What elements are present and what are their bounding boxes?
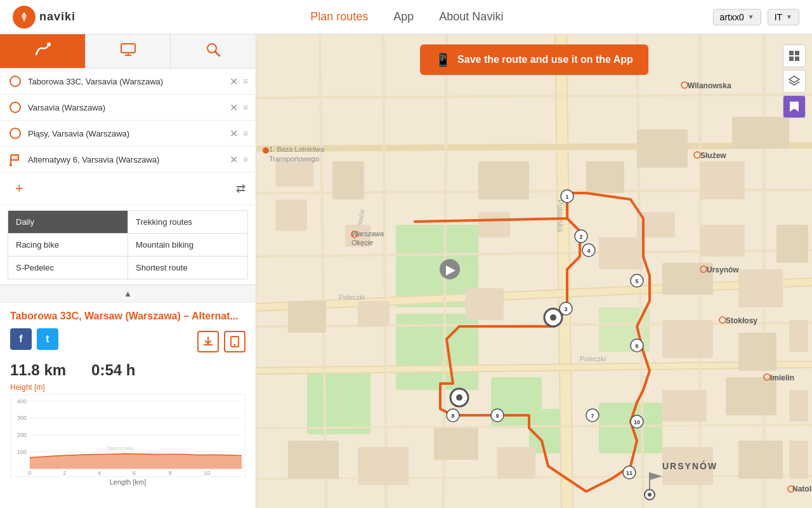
social-icons: f t [10,328,58,350]
svg-rect-118 [795,57,799,61]
svg-rect-58 [789,390,808,422]
svg-text:Ursynów: Ursynów [707,265,739,274]
grid-cell-daily[interactable]: Daily [8,211,128,234]
svg-text:Stokłosy: Stokłosy [726,316,757,325]
map-area[interactable]: Puławska Poleczki Poleczki Piłotów [256,34,812,508]
wp-input-3[interactable] [28,129,222,138]
svg-rect-64 [358,447,409,485]
grid-cell-shortest[interactable]: Shortest route [128,257,247,279]
swap-direction-button[interactable]: ⇄ [231,179,251,198]
svg-point-68 [263,147,269,154]
user-dropdown[interactable]: artxx0 ▼ [713,9,761,25]
collapse-panel-button[interactable]: ▲ [0,284,256,302]
facebook-button[interactable]: f [10,328,32,350]
wp-input-1[interactable] [28,77,222,86]
logo-icon [13,6,36,29]
svg-rect-43 [732,117,789,149]
svg-text:Służew: Służew [700,151,726,160]
save-route-banner[interactable]: 📱 Save the route and use it on the App [420,44,648,75]
layers-button[interactable] [783,70,806,93]
svg-point-3 [10,164,12,166]
wp-remove-2[interactable]: ✕ [230,102,238,114]
svg-text:400: 400 [17,398,27,404]
save-banner-text: Save the route and use it on the App [457,54,633,65]
grid-cell-trekking[interactable]: Trekking routes [128,211,247,234]
route-tab-icon [34,41,51,62]
svg-text:11: 11 [626,470,632,476]
svg-text:10: 10 [204,470,210,476]
svg-text:1. Baza Lotnictwa: 1. Baza Lotnictwa [269,145,325,153]
grid-view-button[interactable] [783,44,806,67]
wp-remove-3[interactable]: ✕ [230,128,238,140]
svg-rect-50 [662,263,713,295]
svg-text:Okęcie: Okęcie [351,239,373,246]
wp-remove-4[interactable]: ✕ [230,154,238,166]
language-dropdown[interactable]: IT ▼ [768,9,799,25]
wp-remove-1[interactable]: ✕ [230,76,238,88]
wp-input-4[interactable] [28,155,222,164]
nav-plan-routes[interactable]: Plan routes [310,10,368,23]
svg-rect-48 [466,288,504,320]
svg-point-5 [234,344,236,346]
route-info: Taborowa 33C, Warsaw (Warszawa) – Altern… [0,302,256,493]
svg-text:0: 0 [28,470,31,476]
route-type-grid: Daily Trekking routes Racing bike Mounta… [8,210,248,279]
svg-rect-36 [332,161,364,199]
svg-rect-38 [478,161,529,199]
tab-display[interactable] [86,34,171,68]
display-tab-icon [119,41,137,62]
distance-value: 11.8 km [10,361,66,379]
download-button[interactable] [197,331,219,352]
distance-stat: 11.8 km [10,361,66,379]
svg-text:200: 200 [17,432,27,438]
main-content: ✕ ≡ ✕ ≡ ✕ ≡ [0,34,812,508]
grid-cell-racing[interactable]: Racing bike [8,234,128,257]
svg-rect-57 [726,377,776,415]
svg-text:2: 2 [579,234,582,240]
waypoint-4: ✕ ≡ [0,147,256,173]
waypoint-2: ✕ ≡ [0,95,256,121]
svg-rect-35 [275,199,307,231]
svg-rect-62 [497,447,535,479]
wp-handle-4[interactable]: ≡ [243,154,248,164]
add-waypoint-button[interactable]: + [5,175,34,202]
twitter-button[interactable]: t [37,328,58,350]
bookmark-button[interactable] [783,95,806,118]
mobile-button[interactable] [224,331,246,352]
wp-handle-1[interactable]: ≡ [243,76,248,86]
wp-handle-3[interactable]: ≡ [243,128,248,138]
tab-search[interactable] [171,34,256,68]
wp-input-2[interactable] [28,103,222,112]
nav-about[interactable]: About Naviki [439,10,503,23]
left-panel: ✕ ≡ ✕ ≡ ✕ ≡ [0,34,256,508]
grid-row-3: S-Pedelec Shortest route [8,257,247,279]
logo: naviki [13,6,75,29]
svg-text:6: 6 [635,343,638,349]
svg-rect-54 [738,333,776,371]
waypoint-1: ✕ ≡ [0,69,256,95]
nav-app[interactable]: App [393,10,414,23]
wp-handle-2[interactable]: ≡ [243,102,248,112]
header-right: artxx0 ▼ IT ▼ [713,9,799,25]
svg-rect-115 [789,51,794,55]
svg-rect-117 [789,57,794,61]
svg-text:3: 3 [564,306,567,312]
svg-rect-61 [789,441,808,479]
grid-cell-spedelec[interactable]: S-Pedelec [8,257,128,279]
svg-rect-25 [307,371,370,434]
map-controls [783,44,806,118]
svg-rect-65 [288,441,339,479]
grid-row-1: Daily Trekking routes [8,211,247,234]
waypoints-section: ✕ ≡ ✕ ≡ ✕ ≡ [0,69,256,205]
svg-rect-42 [700,161,745,199]
tab-route[interactable] [0,34,86,68]
download-icons [197,331,246,352]
svg-point-99 [550,314,556,321]
header: naviki Plan routes App About Naviki artx… [0,0,812,34]
grid-cell-mountain[interactable]: Mountain biking [128,234,247,257]
svg-rect-34 [275,161,313,187]
tab-bar [0,34,256,69]
svg-text:Jaworowa: Jaworowa [105,444,134,451]
username: artxx0 [720,12,744,22]
svg-text:8: 8 [169,470,172,476]
